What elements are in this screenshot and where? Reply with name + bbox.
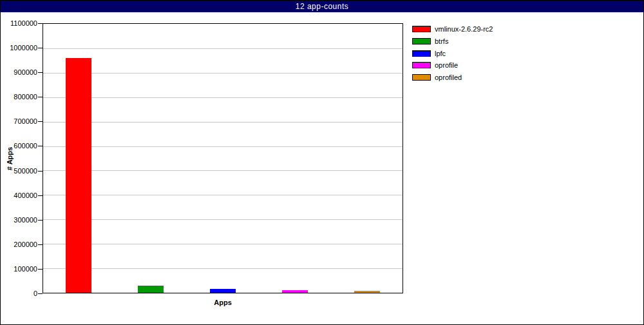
y-axis-tick <box>38 146 43 146</box>
plot-area <box>43 23 403 293</box>
y-axis-tick <box>38 48 43 48</box>
legend-item-oprofile: oprofile <box>412 61 458 70</box>
y-axis-tick-label: 800000 <box>1 93 37 101</box>
bar-lpfc <box>210 289 236 293</box>
gridline <box>43 73 402 74</box>
legend-label: oprofile <box>435 61 458 70</box>
legend-swatch <box>412 62 431 68</box>
legend-swatch <box>412 50 431 57</box>
x-axis-label: Apps <box>43 299 403 306</box>
legend-swatch <box>412 74 431 81</box>
chart-title-bar: 12 app-counts <box>1 1 643 12</box>
chart-window: 12 app-counts # Apps Apps vmlinux-2.6.29… <box>0 0 644 325</box>
legend-swatch <box>412 26 431 32</box>
legend-label: oprofiled <box>435 73 462 82</box>
y-axis-tick-label: 900000 <box>1 68 37 76</box>
y-axis-tick <box>38 72 43 73</box>
gridline <box>43 122 402 123</box>
y-axis-tick <box>38 220 43 221</box>
y-axis-tick-label: 400000 <box>1 192 37 199</box>
y-axis-tick <box>38 97 43 97</box>
legend-item-lpfc: lpfc <box>412 49 446 58</box>
y-axis-tick-label: 1100000 <box>1 19 37 27</box>
bar-oprofiled <box>354 291 380 293</box>
bar-oprofile <box>282 290 308 293</box>
gridline <box>43 170 402 171</box>
y-axis-tick-label: 300000 <box>1 216 37 224</box>
gridline <box>43 48 402 49</box>
y-axis-tick <box>38 195 43 196</box>
y-axis-tick <box>38 23 43 24</box>
gridline <box>43 244 402 244</box>
legend-label: btrfs <box>435 37 448 46</box>
legend-label: vmlinux-2.6.29-rc2 <box>435 25 493 34</box>
y-axis-tick <box>38 293 43 294</box>
y-axis-tick-label: 600000 <box>1 142 37 150</box>
gridline <box>43 97 402 98</box>
bar-vmlinux-2.6.29-rc2 <box>66 58 91 293</box>
y-axis-tick-label: 700000 <box>1 117 37 125</box>
legend-swatch <box>412 38 431 44</box>
gridline <box>43 195 402 195</box>
y-axis-tick-label: 200000 <box>1 241 37 248</box>
y-axis-tick-label: 1000000 <box>1 44 37 52</box>
y-axis-tick <box>38 269 43 270</box>
y-axis-tick-label: 100000 <box>1 265 37 273</box>
y-axis-tick <box>38 171 43 172</box>
y-axis-tick <box>38 244 43 245</box>
legend-item-oprofiled: oprofiled <box>412 73 462 82</box>
bar-btrfs <box>138 286 164 293</box>
legend-label: lpfc <box>435 49 446 58</box>
y-axis-tick-label: 500000 <box>1 167 37 175</box>
legend-item-btrfs: btrfs <box>412 37 448 46</box>
gridline <box>43 219 402 220</box>
chart-title: 12 app-counts <box>296 2 349 11</box>
gridline <box>43 146 402 147</box>
gridline <box>43 268 402 269</box>
legend-item-vmlinux-2.6.29-rc2: vmlinux-2.6.29-rc2 <box>412 25 493 34</box>
y-axis-tick <box>38 121 43 122</box>
y-axis-tick-label: 0 <box>1 290 37 297</box>
